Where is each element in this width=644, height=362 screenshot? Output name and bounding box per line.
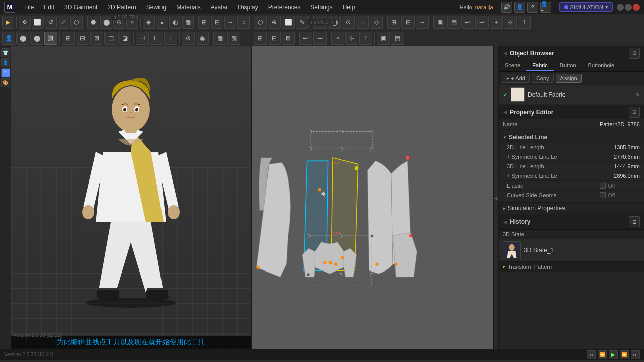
tool-2d9[interactable]: ▣ <box>433 16 446 29</box>
tool-grid2[interactable]: ▧ <box>227 32 240 45</box>
tool2d-b2[interactable]: ⊟ <box>268 32 281 45</box>
tab-buttonhole[interactable]: Buttonhole <box>582 60 621 71</box>
tool-wire5[interactable]: ◪ <box>118 32 131 45</box>
tool-3d11[interactable]: ↔ <box>224 16 236 29</box>
maximize-button[interactable] <box>625 4 632 11</box>
tool2d-b1[interactable]: ⊞ <box>254 32 267 45</box>
ob-copy-btn[interactable]: Copy <box>532 74 554 83</box>
selected-line-header[interactable]: ▼ Selected Line <box>499 132 644 143</box>
tool-2d14[interactable]: ⊹ <box>504 16 517 29</box>
tool-cam4[interactable]: 🖼 <box>44 32 57 45</box>
prev-frame-btn[interactable]: ⏮ <box>587 350 596 359</box>
history-detach-btn[interactable]: ⊡ <box>629 216 640 227</box>
tool2d-e2[interactable]: ▤ <box>391 32 404 45</box>
tool-mirror[interactable]: ⬡ <box>70 16 83 29</box>
tool-3d6[interactable]: ⬥ <box>156 16 168 29</box>
pe-detach-btn[interactable]: ⊡ <box>629 107 640 118</box>
play-btn[interactable]: ▶ <box>609 350 618 359</box>
history-collapse-icon[interactable]: ◀ <box>503 219 508 225</box>
tool-3d2[interactable]: ⬤ <box>100 16 112 29</box>
state-item-1[interactable]: 3D State_1 <box>499 239 644 262</box>
tool-2d11[interactable]: ⊷ <box>461 16 474 29</box>
user-icon[interactable]: 👤 <box>514 2 525 13</box>
help-icon[interactable]: ? <box>527 2 538 13</box>
next-frame-btn[interactable]: ⏭ <box>631 350 640 359</box>
tool-cam2[interactable]: ⬤ <box>16 32 29 45</box>
tool-misc1[interactable]: ⊛ <box>182 32 195 45</box>
tool-2d10[interactable]: ▤ <box>447 16 460 29</box>
ls-btn-avatar[interactable]: 👤 <box>1 58 10 67</box>
simulation-properties-header[interactable]: ▶ Simulation Properties <box>499 203 644 214</box>
tool-select[interactable]: ✥ <box>19 16 31 29</box>
tool-3d1[interactable]: ⬣ <box>87 16 99 29</box>
close-button[interactable] <box>633 4 640 11</box>
tool-cam3[interactable]: ⬤ <box>30 32 43 45</box>
pe-collapse-icon[interactable]: ◀ <box>503 109 508 115</box>
menu-2dpattern[interactable]: 2D Pattern <box>103 3 140 12</box>
tool2d-d2[interactable]: ⊹ <box>345 32 358 45</box>
menu-avatar[interactable]: Avatar <box>207 3 232 12</box>
tab-fabric[interactable]: Fabric <box>526 60 554 71</box>
tool-arr1[interactable]: ⊣ <box>136 32 149 45</box>
tab-scene[interactable]: Scene <box>499 60 526 71</box>
sound-icon[interactable]: 🔊 <box>501 2 512 13</box>
menu-display[interactable]: Display <box>234 3 262 12</box>
ls-btn-view[interactable]: □ <box>1 68 10 77</box>
tool-2d7[interactable]: ⊟ <box>401 16 415 29</box>
menu-sewing[interactable]: Sewing <box>142 3 170 12</box>
ls-btn-shirt[interactable]: 👕 <box>1 48 10 57</box>
tool-wire1[interactable]: ⊞ <box>62 32 75 45</box>
tool2d-b3[interactable]: ⊠ <box>282 32 295 45</box>
tool2d-d1[interactable]: ⌖ <box>331 32 344 45</box>
tool-2d4[interactable]: ⬦ <box>356 16 369 29</box>
elastic-checkbox[interactable] <box>600 183 606 189</box>
menu-3dgarment[interactable]: 3D Garment <box>60 3 101 12</box>
curved-check[interactable]: Off <box>600 192 640 198</box>
tool-2d3[interactable]: ⊙ <box>342 16 355 29</box>
elastic-check[interactable]: Off <box>600 183 640 189</box>
menu-materials[interactable]: Materials <box>172 3 205 12</box>
tool-2d-select[interactable]: ⬡ <box>254 16 267 29</box>
tool-move[interactable]: ⬜ <box>32 16 44 29</box>
curved-checkbox[interactable] <box>600 192 606 198</box>
tool-wire4[interactable]: ◫ <box>104 32 117 45</box>
panel-resize-handle[interactable]: ◀ <box>493 46 498 349</box>
tool-2d15[interactable]: ⊺ <box>518 16 531 29</box>
tab-button[interactable]: Button <box>554 60 582 71</box>
tool-3d5[interactable]: ◈ <box>143 16 155 29</box>
tool-2d6[interactable]: ⊞ <box>387 16 400 29</box>
tool-scale[interactable]: ⤢ <box>58 16 70 29</box>
tool-3d10[interactable]: ⊟ <box>211 16 223 29</box>
add-user-icon[interactable]: 👤+ <box>540 2 551 13</box>
tool-wire3[interactable]: ⊠ <box>90 32 103 45</box>
tool-simulate[interactable]: ▶ <box>2 16 14 29</box>
tool-3d12[interactable]: ↕ <box>237 16 250 29</box>
tool-2d-pen[interactable]: ✎ <box>296 16 309 29</box>
menu-preferences[interactable]: Preferences <box>264 3 305 12</box>
tool-2d12[interactable]: ⊸ <box>475 16 489 29</box>
fabric-item-default[interactable]: ✓ Default Fabric ✎ <box>499 85 644 104</box>
ob-detach-btn[interactable]: ⊡ <box>629 48 640 59</box>
step-fwd-btn[interactable]: ⏩ <box>620 350 629 359</box>
tool-cam1[interactable]: 👤 <box>2 32 15 45</box>
tool-arr2[interactable]: ⊢ <box>150 32 163 45</box>
tool-misc2[interactable]: ◉ <box>196 32 209 45</box>
menu-help[interactable]: Help <box>339 3 359 12</box>
menu-settings[interactable]: Settings <box>306 3 336 12</box>
tool-3d9[interactable]: ⊞ <box>198 16 210 29</box>
tool2d-e1[interactable]: ▣ <box>377 32 390 45</box>
tool-rotate[interactable]: ↺ <box>45 16 57 29</box>
tool2d-c2[interactable]: ⊸ <box>313 32 327 45</box>
tool-3d8[interactable]: ▦ <box>182 16 194 29</box>
panel-collapse-icon[interactable]: ◀ <box>503 50 508 56</box>
tool2d-c1[interactable]: ⊷ <box>299 32 312 45</box>
tool-2d8[interactable]: ↔ <box>416 16 429 29</box>
ob-add-btn[interactable]: + + Add <box>502 74 530 83</box>
tool-arr3[interactable]: ⊥ <box>164 32 177 45</box>
tool-2d-add[interactable]: ⊕ <box>268 16 281 29</box>
minimize-button[interactable] <box>617 4 624 11</box>
menu-file[interactable]: File <box>20 3 38 12</box>
transform-row[interactable]: ▼ Transform Pattern <box>499 262 644 272</box>
step-back-btn[interactable]: ⏪ <box>598 350 607 359</box>
ls-btn-color[interactable]: 🎨 <box>1 78 10 87</box>
